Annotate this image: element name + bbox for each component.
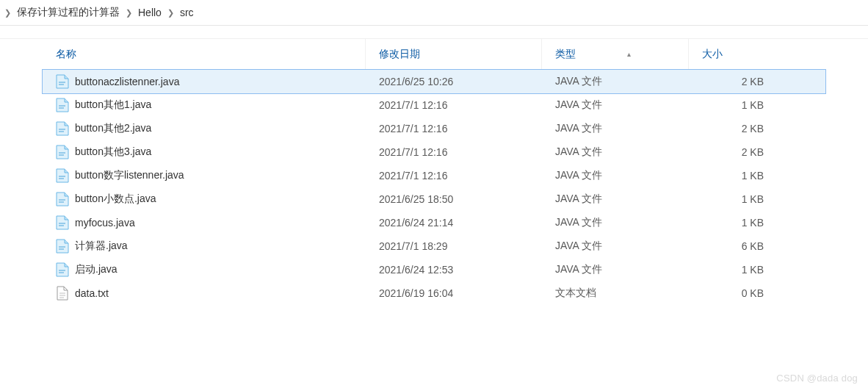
file-row[interactable]: button其他3.java2021/7/1 12:16JAVA 文件2 KB	[43, 140, 825, 164]
file-name: button其他1.java	[75, 98, 151, 112]
file-size: 0 KB	[689, 287, 777, 299]
java-file-icon	[56, 193, 69, 206]
file-name: button其他2.java	[75, 122, 151, 135]
file-type: JAVA 文件	[542, 146, 689, 159]
file-row[interactable]: myfocus.java2021/6/24 21:14JAVA 文件1 KB	[43, 211, 825, 234]
file-date: 2021/6/25 10:26	[366, 76, 542, 87]
java-file-icon	[56, 98, 69, 112]
file-type: JAVA 文件	[542, 263, 689, 276]
breadcrumb-item[interactable]: src	[178, 7, 195, 18]
column-header-label: 修改日期	[379, 48, 420, 61]
file-row[interactable]: button数字listenner.java2021/7/1 12:16JAVA…	[43, 164, 825, 187]
sort-ascending-icon: ▴	[627, 50, 631, 58]
file-size: 1 KB	[689, 170, 777, 182]
file-date: 2021/6/24 21:14	[366, 217, 542, 229]
file-name: button小数点.java	[75, 193, 156, 206]
column-header-size[interactable]: 大小	[689, 39, 777, 69]
file-size: 2 KB	[689, 146, 777, 158]
file-row[interactable]: button其他1.java2021/7/1 12:16JAVA 文件1 KB	[43, 93, 825, 117]
file-type: JAVA 文件	[542, 169, 689, 182]
file-date: 2021/7/1 12:16	[366, 146, 542, 158]
column-header-name[interactable]: 名称	[43, 39, 366, 69]
file-date: 2021/6/25 18:50	[366, 193, 542, 205]
java-file-icon	[56, 169, 69, 182]
file-size: 2 KB	[689, 76, 777, 87]
file-name: button数字listenner.java	[75, 169, 184, 182]
column-header-label: 名称	[56, 48, 76, 61]
file-name: buttonaczlistenner.java	[75, 76, 179, 87]
java-file-icon	[56, 263, 69, 276]
file-type: 文本文档	[542, 287, 689, 300]
file-row[interactable]: data.txt2021/6/19 16:04文本文档0 KB	[43, 281, 825, 305]
chevron-right-icon: ❯	[0, 8, 15, 18]
breadcrumb[interactable]: ❯ 保存计算过程的计算器 ❯ Hello ❯ src	[0, 0, 868, 26]
file-date: 2021/7/1 12:16	[366, 170, 542, 182]
file-name: 计算器.java	[75, 240, 128, 253]
breadcrumb-item[interactable]: 保存计算过程的计算器	[15, 6, 121, 19]
file-date: 2021/6/24 12:53	[366, 264, 542, 276]
java-file-icon	[56, 216, 69, 229]
file-date: 2021/7/1 12:16	[366, 123, 542, 134]
file-type: JAVA 文件	[542, 122, 689, 135]
file-size: 6 KB	[689, 240, 777, 252]
file-row[interactable]: button其他2.java2021/7/1 12:16JAVA 文件2 KB	[43, 117, 825, 140]
java-file-icon	[56, 122, 69, 135]
file-size: 1 KB	[689, 264, 777, 276]
file-size: 1 KB	[689, 193, 777, 205]
column-header-label: 类型	[555, 48, 576, 61]
toolbar-gap	[0, 26, 868, 39]
chevron-right-icon: ❯	[121, 8, 137, 18]
file-type: JAVA 文件	[542, 98, 689, 112]
file-size: 1 KB	[689, 99, 777, 111]
file-name: myfocus.java	[75, 217, 135, 229]
file-type: JAVA 文件	[542, 240, 689, 253]
file-row[interactable]: 启动.java2021/6/24 12:53JAVA 文件1 KB	[43, 258, 825, 281]
file-type: JAVA 文件	[542, 75, 689, 88]
java-file-icon	[56, 146, 69, 159]
column-header-date[interactable]: 修改日期	[366, 39, 542, 69]
chevron-right-icon: ❯	[163, 8, 178, 18]
column-header-label: 大小	[702, 48, 723, 61]
file-row[interactable]: 计算器.java2021/7/1 18:29JAVA 文件6 KB	[43, 234, 825, 258]
breadcrumb-item[interactable]: Hello	[137, 7, 163, 18]
column-header-type[interactable]: 类型▴	[542, 39, 689, 69]
file-type: JAVA 文件	[542, 216, 689, 229]
file-row[interactable]: buttonaczlistenner.java2021/6/25 10:26JA…	[43, 70, 825, 93]
file-date: 2021/7/1 18:29	[366, 240, 542, 252]
file-type: JAVA 文件	[542, 193, 689, 206]
file-name: 启动.java	[75, 263, 117, 276]
file-date: 2021/6/19 16:04	[366, 287, 542, 299]
file-date: 2021/7/1 12:16	[366, 99, 542, 111]
watermark: CSDN @dada dog	[776, 373, 858, 384]
file-size: 2 KB	[689, 123, 777, 134]
column-headers: 名称 修改日期 类型▴ 大小	[43, 39, 825, 70]
java-file-icon	[56, 75, 69, 88]
file-size: 1 KB	[689, 217, 777, 229]
file-list: buttonaczlistenner.java2021/6/25 10:26JA…	[43, 70, 825, 305]
java-file-icon	[56, 240, 69, 253]
file-row[interactable]: button小数点.java2021/6/25 18:50JAVA 文件1 KB	[43, 187, 825, 211]
text-file-icon	[56, 287, 69, 300]
file-name: button其他3.java	[75, 146, 151, 159]
file-name: data.txt	[75, 287, 109, 299]
